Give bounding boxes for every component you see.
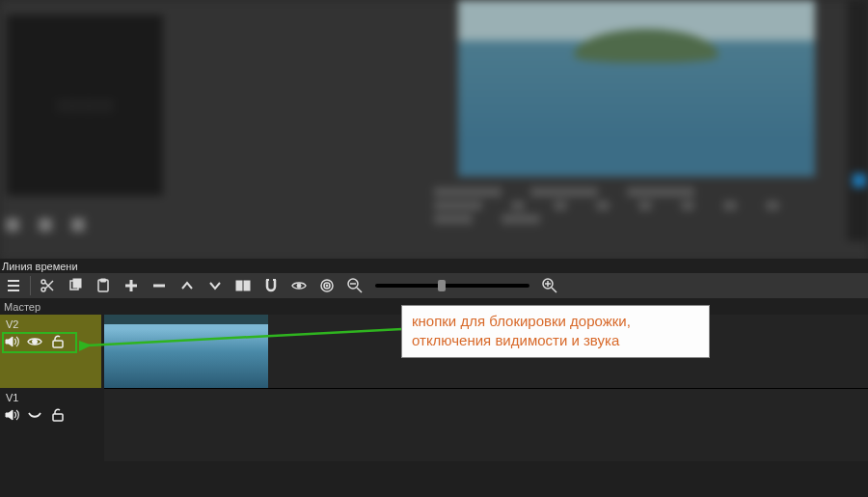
- track-body-v1[interactable]: [104, 388, 868, 461]
- mute-icon[interactable]: [4, 407, 19, 423]
- track-header-v1[interactable]: V1: [0, 388, 101, 461]
- mute-icon[interactable]: [4, 334, 19, 349]
- visibility-icon[interactable]: [27, 334, 42, 349]
- zoom-in-icon[interactable]: [542, 278, 557, 293]
- split-view-icon[interactable]: [235, 278, 251, 293]
- svg-point-1: [41, 288, 45, 291]
- blurred-upper-panels: ░░░░░░░: [0, 0, 868, 261]
- track-label: V1: [6, 392, 18, 403]
- plus-icon[interactable]: [123, 278, 139, 293]
- svg-rect-7: [244, 281, 250, 290]
- master-label: Мастер: [4, 301, 41, 313]
- track-controls: [4, 334, 66, 349]
- annotation-tooltip: кнопки для блокировки дорожки, отключени…: [401, 305, 710, 358]
- chevron-up-icon[interactable]: [179, 278, 195, 293]
- svg-rect-15: [53, 341, 63, 347]
- svg-rect-3: [73, 279, 81, 288]
- timeline-title: Линия времени: [2, 261, 78, 272]
- minus-icon[interactable]: [151, 278, 167, 293]
- svg-point-8: [297, 284, 301, 288]
- zoom-out-icon[interactable]: [347, 278, 363, 293]
- chevron-down-icon[interactable]: [207, 278, 223, 293]
- paste-icon[interactable]: [95, 278, 111, 293]
- effects-panel: ░░░░░░░: [6, 14, 164, 197]
- track-label: V2: [6, 318, 18, 330]
- timeline-toolbar: [0, 273, 868, 298]
- track-header-v2[interactable]: V2: [0, 315, 101, 388]
- zoom-slider[interactable]: [375, 284, 529, 288]
- svg-rect-5: [100, 279, 106, 282]
- eye-icon[interactable]: [291, 278, 307, 293]
- target-icon[interactable]: [319, 278, 335, 293]
- copy-icon[interactable]: [68, 278, 83, 293]
- track-row-v1: V1: [0, 388, 868, 461]
- svg-rect-6: [236, 281, 242, 290]
- timeline-panel: Линия времени Мастер V2: [0, 259, 868, 497]
- scissors-icon[interactable]: [40, 278, 55, 293]
- zoom-slider-thumb[interactable]: [438, 280, 446, 291]
- hide-icon[interactable]: [27, 407, 42, 423]
- preview-monitor: [458, 0, 815, 177]
- svg-point-11: [326, 285, 328, 287]
- magnet-icon[interactable]: [263, 278, 279, 293]
- lock-icon[interactable]: [50, 407, 66, 423]
- svg-point-14: [33, 340, 38, 345]
- lock-icon[interactable]: [50, 334, 66, 349]
- svg-rect-16: [53, 414, 63, 421]
- video-clip[interactable]: [104, 315, 268, 388]
- menu-icon[interactable]: [6, 278, 21, 293]
- track-controls: [4, 407, 66, 423]
- svg-point-0: [41, 280, 45, 284]
- app-root: ░░░░░░░ Линия времени: [0, 0, 868, 497]
